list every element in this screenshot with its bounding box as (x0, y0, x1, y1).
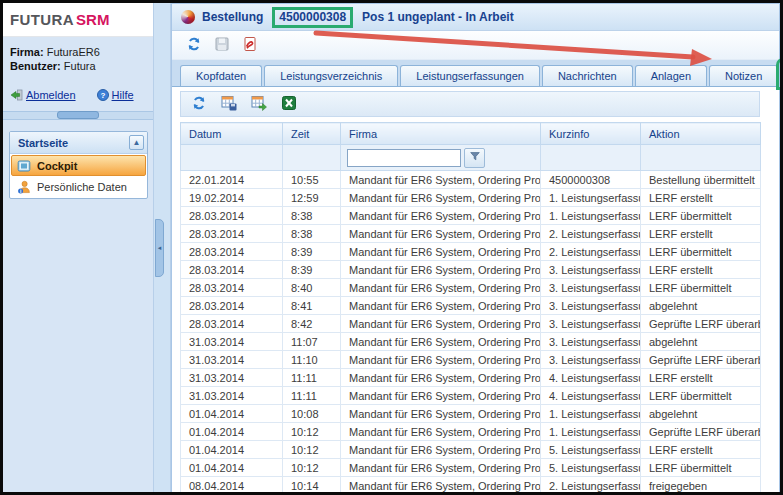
cell-zeit: 10:12 (283, 441, 341, 459)
logout-icon (10, 88, 24, 102)
excel-export-button[interactable] (280, 96, 297, 113)
help-link[interactable]: ? Hilfe (96, 88, 134, 102)
chevron-up-icon: ▲ (133, 138, 141, 147)
cell-datum: 28.03.2014 (181, 261, 283, 279)
table-row[interactable]: 31.03.201411:11Mandant für ER6 System, O… (181, 387, 761, 405)
tab-leistungsverzeichnis[interactable]: Leistungsverzeichnis (264, 65, 398, 86)
table-row[interactable]: 19.02.201412:59Mandant für ER6 System, O… (181, 189, 761, 207)
filter-funnel-icon (469, 150, 481, 165)
table-row[interactable]: 28.03.20148:38Mandant für ER6 System, Or… (181, 225, 761, 243)
cell-datum: 28.03.2014 (181, 297, 283, 315)
table-row[interactable]: 01.04.201410:12Mandant für ER6 System, O… (181, 459, 761, 477)
help-label: Hilfe (112, 88, 134, 102)
cell-datum: 31.03.2014 (181, 387, 283, 405)
cell-datum: 01.04.2014 (181, 423, 283, 441)
table-row[interactable]: 28.03.20148:40Mandant für ER6 System, Or… (181, 279, 761, 297)
filter-button[interactable] (464, 148, 485, 168)
cell-aktion: LERF erstellt (641, 441, 761, 459)
logout-link[interactable]: Abmelden (10, 88, 76, 102)
tab-nachrichten[interactable]: Nachrichten (542, 65, 633, 86)
tab-leistungserfassungen[interactable]: Leistungserfassungen (400, 65, 540, 86)
table-row[interactable]: 28.03.20148:39Mandant für ER6 System, Or… (181, 243, 761, 261)
tab-bar: KopfdatenLeistungsverzeichnisLeistungser… (172, 60, 779, 87)
panel-title: Startseite (18, 137, 68, 149)
cell-datum: 28.03.2014 (181, 243, 283, 261)
cell-datum: 28.03.2014 (181, 279, 283, 297)
save-button[interactable] (213, 37, 230, 54)
cell-datum: 01.04.2014 (181, 441, 283, 459)
cockpit-icon (17, 159, 31, 173)
main-toolbar (172, 31, 779, 60)
cell-firma: Mandant für ER6 System, Ordering Prozess (341, 477, 541, 495)
firma-value: FuturaER6 (47, 46, 100, 58)
cell-firma: Mandant für ER6 System, Ordering Prozess (341, 333, 541, 351)
firma-label: Firma: (10, 46, 44, 58)
cell-aktion: LERF erstellt (641, 225, 761, 243)
column-header-kurzinfo[interactable]: Kurzinfo (541, 123, 641, 145)
cell-aktion: LERF übermittelt (641, 459, 761, 477)
table-row[interactable]: 28.03.20148:38Mandant für ER6 System, Or… (181, 207, 761, 225)
cell-aktion: LERF erstellt (641, 261, 761, 279)
table-row[interactable]: 01.04.201410:12Mandant für ER6 System, O… (181, 441, 761, 459)
table-row[interactable]: 22.01.201410:55Mandant für ER6 System, O… (181, 171, 761, 189)
filter-cell-empty (181, 145, 283, 171)
tab-notizen[interactable]: Notizen (709, 65, 778, 86)
log-table-body: 22.01.201410:55Mandant für ER6 System, O… (181, 171, 761, 495)
table-refresh-button[interactable] (190, 96, 207, 113)
cell-firma: Mandant für ER6 System, Ordering Prozess (341, 225, 541, 243)
table-export-icon (251, 95, 267, 114)
cell-firma: Mandant für ER6 System, Ordering Prozess (341, 171, 541, 189)
table-row[interactable]: 31.03.201411:07Mandant für ER6 System, O… (181, 333, 761, 351)
table-row[interactable]: 01.04.201410:08Mandant für ER6 System, O… (181, 405, 761, 423)
chevron-left-icon: ◂ (158, 244, 162, 252)
cell-zeit: 12:59 (283, 189, 341, 207)
table-row[interactable]: 01.04.201410:12Mandant für ER6 System, O… (181, 423, 761, 441)
table-row[interactable]: 31.03.201411:10Mandant für ER6 System, O… (181, 351, 761, 369)
column-header-firma[interactable]: Firma (341, 123, 541, 145)
panel-collapse-button[interactable]: ▲ (129, 135, 144, 150)
cell-kurzinfo: 3. Leistungserfassung (541, 297, 641, 315)
cell-firma: Mandant für ER6 System, Ordering Prozess (341, 441, 541, 459)
firma-filter-input[interactable] (347, 149, 461, 167)
table-row[interactable]: 28.03.20148:39Mandant für ER6 System, Or… (181, 261, 761, 279)
cell-aktion: Geprüfte LERF überarbeitet (641, 315, 761, 333)
sidebar-item-persoenliche-daten[interactable]: i Persönliche Daten (11, 176, 146, 197)
benutzer-value: Futura (64, 60, 96, 72)
column-header-datum[interactable]: Datum (181, 123, 283, 145)
cell-aktion: Geprüfte LERF überarbeitet (641, 423, 761, 441)
cell-firma: Mandant für ER6 System, Ordering Prozess (341, 369, 541, 387)
cell-kurzinfo: 3. Leistungserfassung (541, 333, 641, 351)
splitter-handle[interactable] (57, 111, 99, 119)
horizontal-splitter[interactable] (3, 111, 153, 120)
cell-aktion: LERF erstellt (641, 369, 761, 387)
table-row[interactable]: 28.03.20148:41Mandant für ER6 System, Or… (181, 297, 761, 315)
refresh-icon (186, 36, 202, 55)
sidebar-collapse-handle[interactable]: ◂ (155, 219, 164, 277)
table-export-button[interactable] (250, 96, 267, 113)
table-row[interactable]: 08.04.201410:14Mandant für ER6 System, O… (181, 477, 761, 495)
table-save-button[interactable] (220, 96, 237, 113)
tab-kopfdaten[interactable]: Kopfdaten (180, 65, 262, 86)
table-row[interactable]: 31.03.201411:11Mandant für ER6 System, O… (181, 369, 761, 387)
table-row[interactable]: 28.03.20148:42Mandant für ER6 System, Or… (181, 315, 761, 333)
column-header-zeit[interactable]: Zeit (283, 123, 341, 145)
filter-cell-firma (341, 145, 541, 171)
main-area: Bestellung 4500000308 Pos 1 ungeplant - … (171, 3, 780, 492)
cell-firma: Mandant für ER6 System, Ordering Prozess (341, 279, 541, 297)
vertical-splitter[interactable]: ◂ (153, 3, 171, 492)
tab-anlagen[interactable]: Anlagen (635, 65, 707, 86)
svg-text:?: ? (100, 91, 105, 100)
cell-aktion: LERF übermittelt (641, 243, 761, 261)
logout-label: Abmelden (26, 88, 76, 102)
sidebar-item-cockpit[interactable]: Cockpit (11, 155, 146, 176)
pdf-export-icon (242, 36, 258, 55)
cell-kurzinfo: 3. Leistungserfassung (541, 261, 641, 279)
cell-kurzinfo: 1. Leistungserfassung (541, 207, 641, 225)
pdf-export-button[interactable] (241, 37, 258, 54)
column-header-aktion[interactable]: Aktion (641, 123, 761, 145)
cell-kurzinfo: 4. Leistungserfassung (541, 369, 641, 387)
table-save-icon (221, 95, 237, 114)
page-title-bar: Bestellung 4500000308 Pos 1 ungeplant - … (172, 4, 779, 31)
cell-zeit: 8:39 (283, 243, 341, 261)
refresh-button[interactable] (185, 37, 202, 54)
